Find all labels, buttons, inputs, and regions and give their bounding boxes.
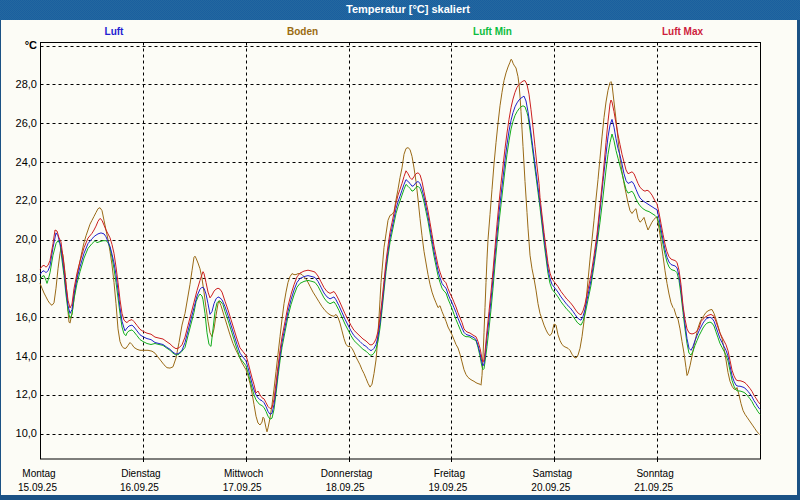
svg-text:14,0: 14,0 <box>16 350 37 362</box>
svg-text:18,0: 18,0 <box>16 272 37 284</box>
svg-text:Donnerstag: Donnerstag <box>321 468 373 479</box>
svg-text:10,0: 10,0 <box>16 427 37 439</box>
svg-text:Dienstag: Dienstag <box>121 468 160 479</box>
svg-text:16.09.25: 16.09.25 <box>120 482 159 493</box>
svg-text:Freitag: Freitag <box>434 468 465 479</box>
svg-text:18.09.25: 18.09.25 <box>326 482 365 493</box>
svg-text:Luft: Luft <box>105 26 125 37</box>
svg-text:26,0: 26,0 <box>16 117 37 129</box>
svg-text:22,0: 22,0 <box>16 194 37 206</box>
svg-text:Boden: Boden <box>287 26 318 37</box>
svg-text:Mittwoch: Mittwoch <box>224 468 263 479</box>
svg-text:21.09.25: 21.09.25 <box>634 482 673 493</box>
svg-text:Luft Min: Luft Min <box>473 26 512 37</box>
svg-text:16,0: 16,0 <box>16 311 37 323</box>
svg-text:17.09.25: 17.09.25 <box>223 482 262 493</box>
svg-text:19.09.25: 19.09.25 <box>428 482 467 493</box>
svg-text:Samstag: Samstag <box>533 468 572 479</box>
svg-text:20.09.25: 20.09.25 <box>531 482 570 493</box>
svg-text:24,0: 24,0 <box>16 156 37 168</box>
svg-text:12,0: 12,0 <box>16 388 37 400</box>
svg-text:20,0: 20,0 <box>16 233 37 245</box>
svg-text:15.09.25: 15.09.25 <box>18 482 57 493</box>
svg-text:28,0: 28,0 <box>16 78 37 90</box>
svg-text:°C: °C <box>25 39 37 51</box>
svg-text:Sonntag: Sonntag <box>636 468 673 479</box>
svg-text:Luft Max: Luft Max <box>662 26 704 37</box>
svg-text:Montag: Montag <box>22 468 55 479</box>
